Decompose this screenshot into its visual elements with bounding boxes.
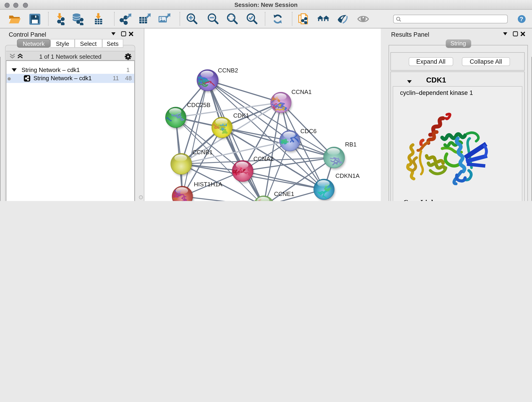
- svg-text:CCNA1: CCNA1: [291, 89, 312, 95]
- svg-text:CDK1: CDK1: [233, 112, 249, 119]
- svg-text:CCNE1: CCNE1: [274, 191, 294, 197]
- svg-text:CDC25B: CDC25B: [187, 102, 210, 108]
- svg-text:HIST1H1A: HIST1H1A: [194, 181, 222, 188]
- svg-text:CDC6: CDC6: [300, 128, 317, 134]
- svg-text:CCNB2: CCNB2: [218, 67, 238, 74]
- svg-text:CCNB1: CCNB1: [192, 149, 213, 156]
- svg-text:CDKN1A: CDKN1A: [336, 172, 360, 179]
- svg-text:RB1: RB1: [345, 141, 357, 148]
- svg-text:CCNA2: CCNA2: [253, 155, 273, 162]
